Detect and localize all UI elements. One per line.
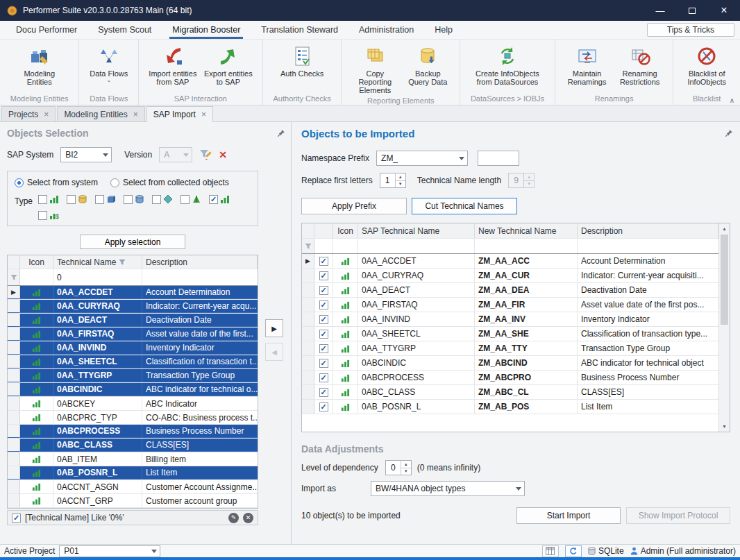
tab-close-icon[interactable]: × (44, 110, 49, 119)
spinner-down-icon[interactable]: ▼ (396, 181, 405, 188)
row-checkbox[interactable] (319, 330, 328, 339)
selection-table-header[interactable]: Icon Technical Name Description (8, 255, 258, 269)
spinner-down-icon[interactable]: ▼ (401, 468, 411, 475)
backup-query-data-button[interactable]: Backup Query Data (403, 41, 453, 87)
table-row[interactable]: 0AA_FIRSTAQ Asset value date of the firs… (8, 328, 258, 341)
type-option-currency[interactable]: $ (38, 210, 59, 220)
table-row[interactable]: 0AA_SHEETCL ZM_AA_SHE Classification of … (302, 327, 718, 341)
table-row[interactable]: 0AA_FIRSTAQ ZM_AA_FIR Asset value date o… (302, 298, 718, 312)
type-option-characteristic[interactable] (38, 194, 59, 204)
selection-table-filter-row[interactable]: 0 (8, 269, 258, 286)
sap-system-combo[interactable]: BI2 (60, 147, 112, 162)
menu-item[interactable]: Translation Steward (251, 21, 348, 39)
scrollbar-track[interactable] (719, 234, 730, 421)
document-tab[interactable]: Projects × (1, 106, 56, 121)
pin-icon[interactable] (277, 129, 285, 137)
table-row[interactable]: ▶ 0AA_ACCDET Account Determination (8, 286, 258, 300)
menu-item[interactable]: System Scout (87, 21, 162, 39)
table-row[interactable]: 0ABCKEY ABC Indicator (8, 397, 258, 411)
type-option-infoobject[interactable] (209, 194, 230, 204)
table-row[interactable]: 0ACCNT_ASGN Customer Account Assignme... (8, 480, 258, 494)
maintain-renamings-button[interactable]: Maintain Renamings (562, 41, 612, 87)
level-of-dependency-spinner[interactable]: 0 ▲▼ (385, 460, 412, 475)
data-flows-button[interactable]: Data Flows ⌄ (87, 41, 131, 83)
active-project-combo[interactable]: P01 (59, 545, 160, 557)
show-import-protocol-button[interactable]: Show Import Protocol (626, 507, 730, 524)
auth-checks-button[interactable]: Auth Checks (278, 41, 326, 78)
type-option-hierarchy[interactable] (180, 194, 201, 204)
apply-prefix-button[interactable]: Apply Prefix (301, 198, 407, 214)
row-checkbox[interactable] (319, 271, 328, 280)
minimize-button[interactable]: — (644, 0, 676, 21)
grid-view-button[interactable] (542, 545, 559, 557)
apply-selection-button[interactable]: Apply selection (80, 235, 185, 249)
spinner-up-icon[interactable]: ▲ (401, 461, 411, 468)
type-option-infosource[interactable] (152, 194, 173, 204)
row-checkbox[interactable] (319, 315, 328, 324)
row-checkbox[interactable] (319, 257, 328, 266)
maximize-button[interactable] (676, 0, 708, 21)
table-row[interactable]: 0AA_DEACT ZM_AA_DEA Deactivation Date (302, 283, 718, 298)
refresh-button[interactable] (565, 545, 582, 557)
table-row[interactable]: 0AA_INVIND ZM_AA_INV Inventory Indicator (302, 312, 718, 327)
move-right-button[interactable]: ▶ (265, 319, 283, 337)
close-button[interactable]: × (708, 0, 740, 21)
type-option-datastore[interactable] (124, 194, 144, 204)
import-table-header[interactable]: Icon SAP Technical Name New Technical Na… (302, 223, 718, 239)
table-row[interactable]: 0AA_DEACT Deactivation Date (8, 314, 258, 328)
ribbon-collapse-icon[interactable]: ∧ (730, 96, 734, 104)
table-row[interactable]: 0ABC_CLASS ZM_ABC_CL CLASS[ES] (302, 385, 718, 400)
scroll-down-icon[interactable]: ▼ (719, 421, 730, 432)
table-row[interactable]: ▶ 0AA_ACCDET ZM_AA_ACC Account Determina… (302, 254, 718, 269)
row-checkbox[interactable] (319, 300, 328, 309)
radio-select-from-system[interactable]: Select from system (15, 178, 98, 187)
type-option-unit[interactable] (67, 194, 87, 204)
replace-first-letters-spinner[interactable]: 1 ▲▼ (380, 173, 406, 188)
radio-select-from-collected[interactable]: Select from collected objects (110, 178, 229, 187)
table-row[interactable]: 0AB_POSNR_L ZM_AB_POS List Item (302, 400, 718, 414)
menu-item[interactable]: Migration Booster (162, 21, 251, 39)
menu-item[interactable]: Administration (348, 21, 424, 39)
import-as-combo[interactable]: BW/4HANA object types (371, 481, 525, 496)
technical-name-filter-cell[interactable]: 0 (53, 269, 142, 285)
tab-close-icon[interactable]: × (201, 110, 206, 119)
filter-enabled-checkbox[interactable] (12, 514, 21, 523)
table-row[interactable]: 0ABCINDIC ABC indicator for technical o.… (8, 383, 258, 397)
start-import-button[interactable]: Start Import (516, 507, 621, 524)
row-checkbox[interactable] (319, 402, 328, 411)
clear-filter-button[interactable]: ✕ (215, 147, 231, 162)
export-entities-to-sap-button[interactable]: Export entities to SAP (201, 41, 255, 87)
table-row[interactable]: 0AA_TTYGRP Transaction Type Group (8, 369, 258, 383)
pin-icon[interactable] (725, 129, 733, 137)
table-row[interactable]: 0AA_INVIND Inventory Indicator (8, 341, 258, 355)
row-checkbox[interactable] (319, 373, 328, 382)
close-filter-icon[interactable]: ✕ (243, 513, 253, 523)
copy-reporting-elements-button[interactable]: Copy Reporting Elements (348, 41, 401, 95)
row-checkbox[interactable] (319, 359, 328, 368)
tips-and-tricks-button[interactable]: Tips & Tricks (647, 23, 734, 37)
edit-filter-button[interactable] (198, 147, 215, 162)
row-checkbox[interactable] (319, 286, 328, 295)
document-tab[interactable]: Modeling Entities × (57, 106, 144, 121)
table-row[interactable]: 0ABC_CLASS CLASS[ES] (8, 439, 258, 452)
table-row[interactable]: 0ACCNT_GRP Customer account group (8, 494, 258, 508)
namespace-prefix-combo[interactable]: ZM_ (376, 151, 468, 166)
vertical-scrollbar[interactable]: ▲ ▼ (718, 223, 730, 432)
tab-close-icon[interactable]: × (133, 110, 138, 119)
table-row[interactable]: 0ABCPROCESS ZM_ABCPRO Business Process N… (302, 371, 718, 385)
blacklist-of-infoobjects-button[interactable]: Blacklist of InfoObjects (680, 41, 733, 87)
menu-item[interactable]: Docu Performer (6, 21, 87, 39)
cut-technical-names-button[interactable]: Cut Technical Names (412, 198, 517, 214)
table-row[interactable]: 0AA_CURYRAQ Indicator: Current-year acqu… (8, 300, 258, 314)
modeling-entities-button[interactable]: Modeling Entities (16, 41, 63, 87)
type-option-infocube[interactable] (95, 194, 116, 204)
table-row[interactable]: 0AA_CURYRAQ ZM_AA_CUR Indicator: Current… (302, 269, 718, 283)
import-entities-from-sap-button[interactable]: Import entities from SAP (146, 41, 200, 87)
row-checkbox[interactable] (319, 344, 328, 353)
create-infoobjects-button[interactable]: Create InfoObjects from DataSources (471, 41, 544, 87)
table-row[interactable]: 0AA_SHEETCL Classification of transactio… (8, 355, 258, 369)
user-indicator[interactable]: Admin (Full administrator) (630, 546, 736, 556)
row-checkbox[interactable] (319, 388, 328, 397)
edit-filter-icon[interactable]: ✎ (228, 513, 239, 523)
import-table-filter-row[interactable] (302, 239, 718, 254)
